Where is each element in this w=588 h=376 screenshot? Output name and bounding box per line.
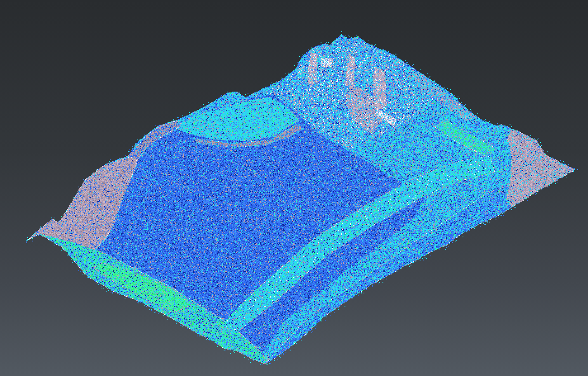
3d-viewport[interactable] bbox=[0, 0, 588, 376]
point-cloud-render[interactable] bbox=[0, 0, 588, 376]
